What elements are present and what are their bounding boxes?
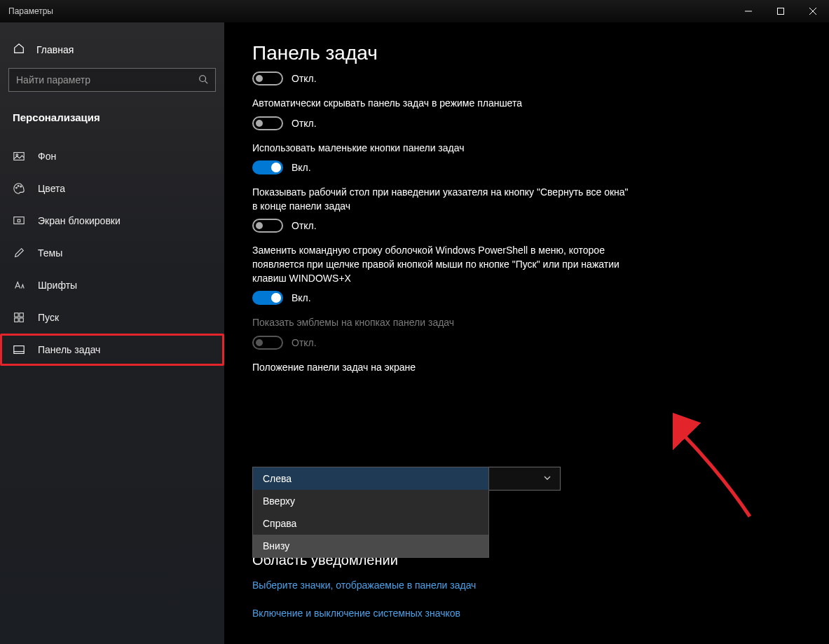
toggle-5-state: Откл. [292, 337, 317, 348]
sidebar-item-label: Шрифты [38, 280, 77, 291]
annotation-arrow [673, 404, 757, 523]
sidebar-item-start[interactable]: Пуск [0, 301, 224, 334]
setting-label-4: Заменить командную строку оболочкой Wind… [252, 244, 631, 285]
window-title: Параметры [8, 6, 53, 16]
search-icon [198, 74, 208, 86]
sidebar-item-label: Панель задач [38, 344, 100, 355]
svg-point-9 [18, 186, 19, 187]
toggle-5 [252, 336, 283, 350]
toggle-3-state: Откл. [292, 220, 317, 231]
sidebar-item-label: Экран блокировки [38, 215, 121, 226]
setting-label-3: Показывать рабочий стол при наведении ук… [252, 186, 631, 213]
svg-line-5 [205, 81, 208, 83]
dropdown-option-top[interactable]: Вверху [253, 490, 488, 512]
chevron-down-icon [543, 472, 551, 485]
titlebar: Параметры [0, 0, 829, 22]
toggle-4-state: Вкл. [292, 292, 311, 303]
svg-rect-15 [15, 318, 18, 322]
minimize-button[interactable] [732, 0, 765, 22]
sidebar-item-label: Фон [38, 151, 56, 162]
dropdown-option-bottom[interactable]: Внизу [253, 535, 488, 557]
svg-rect-12 [18, 219, 20, 222]
sidebar-item-themes[interactable]: Темы [0, 237, 224, 269]
toggle-2-state: Вкл. [292, 162, 311, 173]
maximize-button[interactable] [765, 0, 797, 22]
sidebar-item-fonts[interactable]: Шрифты [0, 269, 224, 301]
toggle-3[interactable] [252, 219, 283, 233]
sidebar-item-lockscreen[interactable]: Экран блокировки [0, 205, 224, 237]
palette-icon [13, 182, 25, 195]
dropdown-option-left[interactable]: Слева [253, 467, 488, 490]
toggle-row-0: Откл. [252, 71, 801, 85]
svg-rect-14 [20, 313, 23, 317]
svg-rect-17 [14, 346, 24, 354]
close-button[interactable] [797, 0, 829, 22]
setting-label-1: Автоматически скрывать панель задач в ре… [252, 97, 631, 111]
dropdown-option-right[interactable]: Справа [253, 512, 488, 535]
picture-icon [13, 150, 25, 163]
toggle-1[interactable] [252, 116, 283, 130]
fonts-icon [13, 279, 25, 292]
sidebar-home[interactable]: Главная [0, 36, 224, 68]
page-title: Панель задач [252, 42, 801, 64]
dropdown-list[interactable]: Слева Вверху Справа Внизу [252, 467, 489, 558]
sidebar-item-colors[interactable]: Цвета [0, 172, 224, 205]
svg-point-7 [16, 154, 18, 156]
dropdown-label: Положение панели задач на экране [252, 361, 631, 375]
sidebar: Главная Персонализация Фон Цвета Экран б… [0, 22, 224, 644]
svg-point-8 [16, 187, 18, 189]
sidebar-section: Персонализация [0, 106, 224, 140]
sidebar-item-label: Цвета [38, 183, 65, 194]
sidebar-item-label: Темы [38, 247, 62, 259]
svg-rect-11 [14, 217, 24, 224]
search-input[interactable] [16, 74, 198, 85]
svg-rect-16 [20, 318, 23, 322]
content: Панель задач Откл. Автоматически скрыват… [224, 22, 829, 644]
toggle-0[interactable] [252, 71, 283, 85]
sidebar-item-label: Пуск [38, 312, 59, 323]
svg-point-4 [200, 75, 206, 81]
start-icon [13, 311, 25, 324]
sidebar-home-label: Главная [36, 44, 74, 55]
link-system-icons[interactable]: Включение и выключение системных значков [252, 608, 801, 619]
taskbar-icon [13, 343, 25, 356]
toggle-0-state: Откл. [292, 73, 317, 84]
link-select-icons[interactable]: Выберите значки, отображаемые в панели з… [252, 580, 801, 591]
sidebar-item-taskbar[interactable]: Панель задач [0, 334, 224, 366]
svg-rect-1 [778, 8, 784, 15]
toggle-1-state: Откл. [292, 118, 317, 129]
home-icon [13, 42, 25, 57]
svg-point-10 [20, 186, 22, 187]
sidebar-item-background[interactable]: Фон [0, 140, 224, 172]
svg-rect-13 [15, 313, 18, 317]
setting-label-2: Использовать маленькие кнопки панели зад… [252, 142, 631, 156]
brush-icon [13, 247, 25, 259]
toggle-4[interactable] [252, 291, 283, 305]
search-box[interactable] [8, 68, 216, 92]
toggle-2[interactable] [252, 160, 283, 174]
lockscreen-icon [13, 214, 25, 227]
setting-label-5: Показать эмблемы на кнопках панели задач [252, 316, 631, 330]
